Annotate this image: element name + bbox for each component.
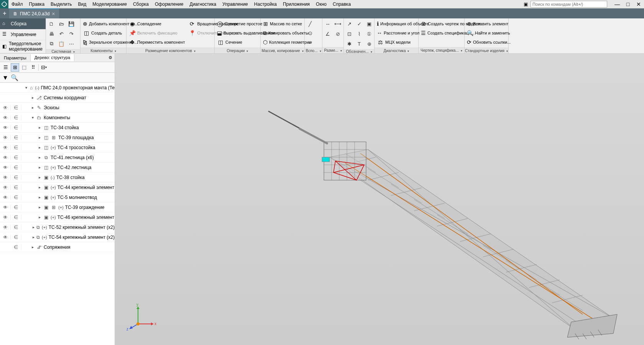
visibility-toggle[interactable]: 👁: [0, 195, 11, 200]
radial-dim-icon[interactable]: ⊘: [333, 29, 342, 38]
copy-icon[interactable]: ⧉: [47, 39, 56, 48]
obj-info-button[interactable]: ℹИнформация об объекте: [375, 19, 417, 28]
expand-icon[interactable]: ▸: [33, 225, 35, 229]
more-icon[interactable]: ⋯: [67, 39, 76, 48]
include-toggle[interactable]: ∈: [11, 224, 21, 230]
axis-gizmo[interactable]: x y z: [127, 303, 157, 334]
maximize-button[interactable]: □: [623, 0, 633, 8]
expand-icon[interactable]: ▸: [38, 195, 41, 199]
tolerance-icon[interactable]: ⊡: [345, 29, 354, 38]
expand-icon[interactable]: ▸: [31, 245, 34, 249]
mirror-button[interactable]: ⧎Зеркальное отражение...: [81, 38, 125, 47]
visibility-toggle[interactable]: 👁: [0, 165, 11, 170]
include-toggle[interactable]: ∈: [11, 115, 21, 120]
command-search-input[interactable]: [531, 1, 607, 8]
expand-icon[interactable]: ▾: [31, 115, 34, 120]
menu-select[interactable]: Выделить: [48, 0, 75, 8]
menu-file[interactable]: Файл: [8, 0, 26, 8]
text-icon[interactable]: T: [355, 39, 364, 48]
tree-mode1-icon[interactable]: ☰: [2, 63, 10, 72]
tree-row[interactable]: 👁∈▸◫(+)ТС-4 тросостойка: [0, 143, 115, 153]
mode-solid[interactable]: ◧ Твердотельное моделирование: [0, 40, 46, 53]
roughness-icon[interactable]: ✓: [355, 19, 364, 28]
visibility-toggle[interactable]: 👁: [0, 135, 11, 140]
include-toggle[interactable]: ∈: [11, 164, 21, 170]
expand-icon[interactable]: ▸: [31, 95, 34, 100]
minimize-button[interactable]: —: [612, 0, 623, 8]
copy-objects-button[interactable]: ⧉Копировать объекты: [261, 28, 304, 38]
chevron-down-icon[interactable]: [407, 49, 409, 53]
tree-row[interactable]: 👁∈▸✎Эскизы: [0, 103, 115, 113]
create-drawing-button[interactable]: 🗎Создать чертеж по модели: [419, 19, 463, 28]
datum-icon[interactable]: ▣: [365, 19, 374, 28]
panels-icon[interactable]: ▣: [521, 0, 530, 8]
include-toggle[interactable]: ∈: [11, 244, 21, 250]
menu-design[interactable]: Оформление: [152, 0, 186, 8]
panel-settings-icon[interactable]: ⚙: [106, 55, 115, 60]
visibility-toggle[interactable]: 👁: [0, 105, 11, 110]
menu-help[interactable]: Справка: [330, 0, 354, 8]
tree-row[interactable]: 👁∈▾🗀Компоненты: [0, 113, 115, 123]
auto-dim-icon[interactable]: ⟷: [333, 19, 342, 28]
tree-row[interactable]: ▸⎇Системы координат: [0, 93, 115, 103]
tree-row[interactable]: 👁∈▸◫(+)ТС-42 лестница: [0, 163, 115, 172]
aux-line-icon[interactable]: ╱: [306, 19, 315, 28]
redo-icon[interactable]: ↷: [67, 29, 76, 38]
viewport-3d[interactable]: ⬜ ⬚ ▦ 🔍▾ ⟲ ⤢▾ ◧ ⬡ 👁▾ ▤▾ ⧫ ⊞ ◫ ✎ ▼▾ ↔ 🖌: [115, 54, 644, 345]
refresh-links-button[interactable]: ⟳Обновить ссылки...: [465, 38, 508, 47]
tree-row[interactable]: 👁∈▸▣⊞(+)ТС-39 ограждение: [0, 202, 115, 212]
expand-icon[interactable]: ▸: [38, 185, 41, 189]
cut-extrude-button[interactable]: ⬓Вырезать выдавливанием: [215, 28, 260, 38]
center-icon[interactable]: ⊕: [365, 39, 374, 48]
expand-icon[interactable]: ▸: [38, 175, 41, 179]
insert-std-button[interactable]: ⊕Вставить элемент: [465, 19, 508, 28]
add-component-button[interactable]: ⊕Добавить компонент из...: [81, 19, 125, 28]
expand-icon[interactable]: ▸: [38, 215, 41, 219]
open-file-icon[interactable]: 🗁: [57, 19, 66, 28]
distance-button[interactable]: ↔Расстояние и угол: [375, 28, 417, 38]
include-toggle[interactable]: ∈: [11, 145, 21, 150]
move-component-button[interactable]: ✥Переместить компонент: [127, 38, 186, 47]
tree-expand-icon[interactable]: ⊟▾: [39, 63, 48, 72]
include-toggle[interactable]: ∈: [11, 125, 21, 130]
visibility-toggle[interactable]: 👁: [0, 155, 11, 160]
mark-icon[interactable]: ✱: [345, 39, 354, 48]
expand-icon[interactable]: ▸: [38, 125, 41, 130]
tab-params[interactable]: Параметры: [0, 54, 31, 61]
find-replace-button[interactable]: 🔍Найти и заменить: [465, 28, 508, 38]
include-toggle[interactable]: ∈: [11, 204, 21, 210]
expand-icon[interactable]: ▸: [38, 205, 41, 209]
tree-row[interactable]: 👁∈▸▣(+)ТС-5 молниеотвод: [0, 192, 115, 202]
tree-row[interactable]: ∈▸🖇Сопряжения: [0, 242, 115, 252]
expand-icon[interactable]: ▾: [25, 85, 28, 90]
aux-point-icon[interactable]: ⊙: [306, 28, 315, 38]
chevron-down-icon[interactable]: [246, 49, 248, 53]
mode-assembly[interactable]: ⌂ Сборка: [0, 18, 46, 30]
menu-manage[interactable]: Управление: [219, 0, 251, 8]
tree-row[interactable]: 👁∈▸⧉(+)ТС-52 крепежный элемент (x2): [0, 222, 115, 232]
include-toggle[interactable]: ∈: [11, 105, 21, 110]
chevron-down-icon[interactable]: [301, 49, 304, 53]
include-toggle[interactable]: ∈: [11, 174, 21, 180]
tree-root[interactable]: ▾ ⌂ (-) ПМС 24,0 прожекторная мачта (Те: [0, 83, 115, 93]
chevron-down-icon[interactable]: [72, 49, 75, 54]
chevron-down-icon[interactable]: [506, 49, 508, 53]
tree-row[interactable]: 👁∈▸◫⊞ТС-39 площадка: [0, 133, 115, 143]
visibility-toggle[interactable]: 👁: [0, 175, 11, 180]
chevron-down-icon[interactable]: [340, 48, 342, 53]
chevron-down-icon[interactable]: [193, 49, 196, 53]
coincidence-button[interactable]: ◉Совпадение: [127, 19, 186, 28]
expand-icon[interactable]: ▸: [31, 105, 34, 110]
document-tab[interactable]: 🗎 ПМС 24,0.a3d ×: [9, 8, 59, 18]
visibility-toggle[interactable]: 👁: [0, 125, 11, 130]
aux-plane-icon[interactable]: ▱: [306, 38, 315, 47]
menu-modeling[interactable]: Моделирование: [89, 0, 130, 8]
menu-diagnostics[interactable]: Диагностика: [187, 0, 220, 8]
linear-dim-icon[interactable]: ↔: [323, 19, 332, 28]
save-icon[interactable]: 💾: [67, 19, 76, 28]
search-icon[interactable]: 🔍: [11, 74, 18, 82]
filter-icon[interactable]: ▼: [2, 74, 9, 82]
tab-tree[interactable]: Дерево: структура: [31, 54, 75, 61]
tree-row[interactable]: 👁∈▸⧉ТС-41 лестница (x6): [0, 153, 115, 163]
close-tab-icon[interactable]: ×: [52, 11, 55, 17]
